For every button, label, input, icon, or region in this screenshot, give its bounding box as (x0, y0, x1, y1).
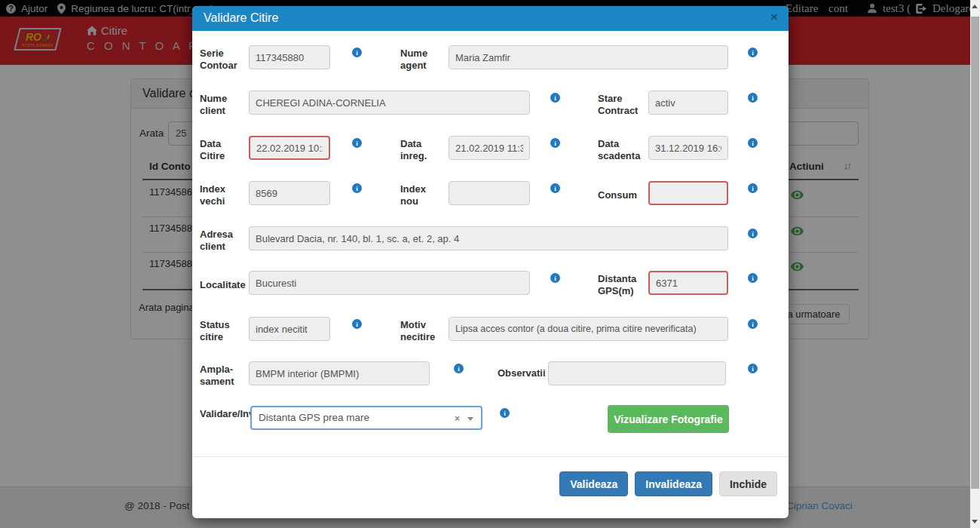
close-button[interactable]: Inchide (719, 471, 777, 496)
nume-agent-input[interactable] (449, 45, 728, 69)
data-citire-input[interactable] (249, 136, 330, 160)
field-label-stare-contract: Stare Contract (598, 93, 643, 117)
field-label-amplasament: Ampla-sament (200, 364, 236, 388)
status-citire-input[interactable] (249, 317, 330, 341)
page: ? Ajutor Regiunea de lucru: CT(intr_cod … (0, 0, 980, 528)
field-label-data-citire: Data Citire (200, 138, 231, 162)
field-label-consum: Consum (598, 189, 643, 201)
nume-client-input[interactable] (249, 91, 530, 115)
modal-title: Validare Citire (204, 11, 278, 25)
stare-contract-input[interactable] (648, 91, 728, 115)
field-label-nume-client: Nume client (200, 93, 236, 117)
info-icon[interactable]: i (748, 229, 758, 238)
field-label-index-nou: Index nou (400, 183, 430, 207)
info-icon[interactable]: i (748, 93, 758, 103)
index-nou-input[interactable] (449, 181, 530, 205)
validare-selected-option: Distanta GPS prea mare (259, 412, 369, 423)
modal-footer: Valideaza Invalideaza Inchide (559, 471, 777, 496)
observatii-input[interactable] (548, 361, 726, 385)
chevron-down-icon (467, 417, 473, 421)
info-icon[interactable]: i (550, 138, 560, 148)
field-label-serie-contoar: Serie Contoar (200, 48, 247, 72)
data-scadenta-input[interactable] (648, 136, 728, 160)
modal-footer-divider (192, 456, 789, 457)
info-icon[interactable]: i (748, 48, 758, 57)
field-label-index-vechi: Index vechi (200, 183, 230, 207)
invalidate-button[interactable]: Invalideaza (635, 471, 712, 496)
consum-input[interactable] (648, 181, 728, 205)
info-icon[interactable]: i (352, 183, 362, 193)
info-icon[interactable]: i (748, 183, 758, 193)
field-label-data-scadenta: Data scadenta (598, 138, 643, 162)
serie-contoar-input[interactable] (249, 45, 330, 69)
validate-button[interactable]: Valideaza (559, 471, 628, 496)
motiv-necitire-input[interactable] (449, 317, 728, 341)
field-label-validare-invalidare: Validare/Invalidare (200, 408, 248, 420)
info-icon[interactable]: i (550, 273, 560, 283)
field-label-observatii: Observatii (498, 367, 546, 379)
adresa-client-input[interactable] (249, 226, 728, 250)
scroll-down-arrow-icon[interactable] (972, 520, 978, 523)
info-icon[interactable]: i (550, 183, 560, 193)
scrollbar-thumb[interactable] (971, 17, 979, 489)
scroll-up-arrow-icon[interactable] (972, 5, 978, 8)
validare-select[interactable]: Distanta GPS prea mare × (250, 406, 482, 430)
info-icon[interactable]: i (748, 138, 758, 148)
field-label-data-inreg: Data inreg. (400, 138, 432, 162)
field-label-distanta-gps: Distanta GPS(m) (598, 273, 642, 297)
amplasament-input[interactable] (249, 361, 430, 385)
info-icon[interactable]: i (454, 364, 464, 373)
distanta-gps-input[interactable] (648, 271, 728, 295)
field-label-motiv-necitire: Motiv necitire (400, 319, 436, 343)
info-icon[interactable]: i (352, 138, 362, 148)
clear-selection-icon[interactable]: × (455, 413, 460, 424)
validare-citire-modal: Validare Citire × Serie Contoar i Nume a… (192, 6, 789, 518)
data-inreg-input[interactable] (449, 136, 530, 160)
info-icon[interactable]: i (748, 364, 758, 373)
field-label-nume-agent: Nume agent (400, 48, 436, 72)
vertical-scrollbar[interactable] (970, 0, 980, 528)
info-icon[interactable]: i (500, 408, 510, 418)
field-label-localitate: Localitate (200, 279, 248, 291)
localitate-input[interactable] (249, 271, 530, 295)
info-icon[interactable]: i (352, 319, 362, 329)
info-icon[interactable]: i (748, 273, 758, 283)
field-label-status-citire: Status citire (200, 319, 233, 343)
info-icon[interactable]: i (748, 319, 758, 329)
info-icon[interactable]: i (550, 93, 560, 103)
modal-header: Validare Citire × (192, 6, 789, 31)
info-icon[interactable]: i (352, 48, 362, 57)
index-vechi-input[interactable] (249, 181, 330, 205)
close-icon[interactable]: × (770, 11, 778, 23)
field-label-adresa-client: Adresa client (200, 229, 233, 253)
view-photo-button[interactable]: Vizualizare Fotografie (608, 405, 729, 433)
